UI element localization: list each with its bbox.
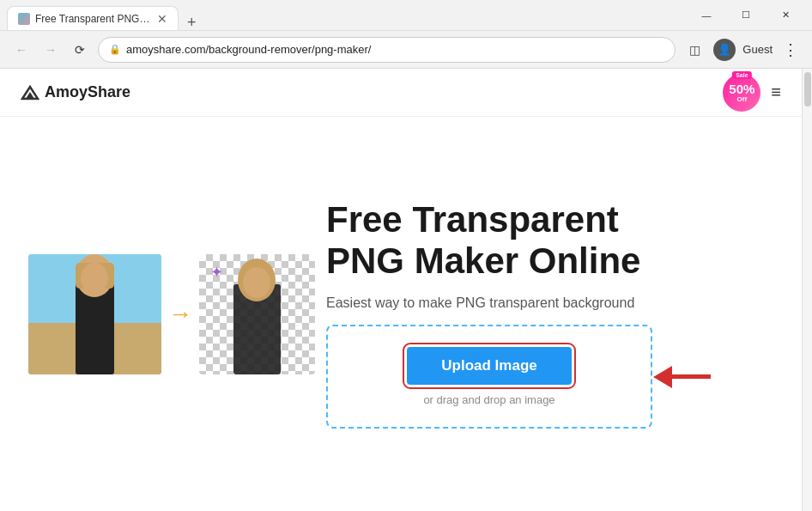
header-right: Sale 50% Off ≡ (723, 74, 781, 112)
browser-tab[interactable]: Free Transparent PNG Maker - ✕ (7, 6, 179, 30)
content-wrapper: AmoyShare Sale 50% Off ≡ (0, 69, 812, 511)
tab-area: Free Transparent PNG Maker - ✕ + (7, 0, 202, 30)
window-controls: — ☐ ✕ (687, 0, 805, 31)
logo-area: AmoyShare (21, 83, 130, 102)
sale-badge[interactable]: Sale 50% Off (723, 74, 760, 112)
new-tab-button[interactable]: + (182, 15, 202, 30)
sale-percent-label: 50% (729, 82, 754, 95)
lock-icon: 🔒 (109, 44, 121, 55)
upload-image-button[interactable]: Upload Image (407, 347, 571, 385)
svg-point-10 (243, 267, 270, 298)
upload-area: Upload Image or drag and drop an image (326, 325, 652, 429)
maximize-button[interactable]: ☐ (726, 0, 766, 31)
reload-button[interactable]: ⟳ (69, 39, 91, 61)
red-arrow-indicator (653, 366, 711, 388)
browser-frame: Free Transparent PNG Maker - ✕ + — ☐ ✕ ←… (0, 0, 812, 511)
hamburger-menu-button[interactable]: ≡ (771, 82, 781, 102)
demo-container: → (28, 254, 315, 374)
profile-avatar[interactable]: 👤 (713, 39, 736, 61)
address-bar[interactable]: 🔒 amoyshare.com/background-remover/png-m… (98, 37, 676, 63)
minimize-button[interactable]: — (687, 0, 726, 31)
page-content: AmoyShare Sale 50% Off ≡ (0, 69, 802, 511)
sparkle-icon: ✦ (210, 263, 223, 282)
arrow-head-icon (653, 366, 672, 388)
image-demo: → (52, 254, 292, 374)
profile-label: Guest (742, 43, 773, 56)
forward-button[interactable]: → (39, 39, 62, 61)
arrow-line (672, 374, 711, 379)
right-content: Free Transparent PNG Maker Online Easies… (326, 199, 750, 429)
tab-title: Free Transparent PNG Maker - (35, 13, 152, 25)
before-image-svg (28, 254, 161, 374)
page-title: Free Transparent PNG Maker Online (326, 199, 750, 283)
main-area: → (0, 117, 802, 511)
address-text: amoyshare.com/background-remover/png-mak… (126, 43, 664, 56)
arrow-right-icon: → (168, 301, 192, 328)
svg-point-7 (81, 263, 108, 294)
back-button[interactable]: ← (10, 39, 33, 61)
tab-favicon-icon (18, 13, 30, 25)
browser-toolbar: ← → ⟳ 🔒 amoyshare.com/background-remover… (0, 31, 812, 69)
logo-text: AmoyShare (45, 83, 130, 101)
drag-drop-text: or drag and drop an image (423, 393, 554, 406)
scrollbar-thumb[interactable] (804, 72, 811, 106)
sale-off-label: Off (737, 95, 748, 103)
close-button[interactable]: ✕ (766, 0, 805, 31)
before-image (28, 254, 161, 374)
title-bar: Free Transparent PNG Maker - ✕ + — ☐ ✕ (0, 0, 812, 31)
extensions-button[interactable]: ◫ (682, 38, 706, 62)
sale-tag-label: Sale (732, 71, 751, 79)
tab-close-button[interactable]: ✕ (157, 13, 167, 25)
scrollbar[interactable] (802, 69, 812, 511)
page-subtitle: Easiest way to make PNG transparent back… (326, 295, 750, 311)
logo-icon (21, 83, 39, 102)
browser-menu-button[interactable]: ⋮ (779, 40, 802, 59)
site-header: AmoyShare Sale 50% Off ≡ (0, 69, 802, 117)
